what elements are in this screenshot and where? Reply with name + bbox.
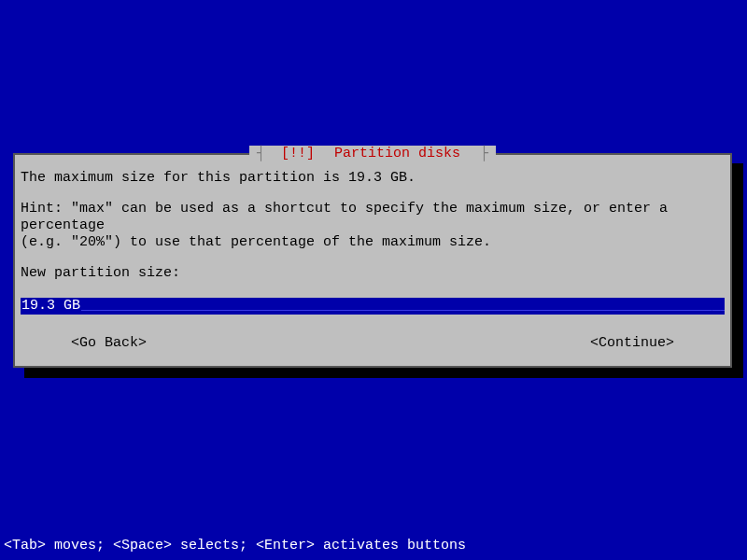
title-left-decor: ┤ <box>253 146 277 161</box>
footer-hint: <Tab> moves; <Space> selects; <Enter> ac… <box>4 538 466 554</box>
prompt-label: New partition size: <box>21 265 725 282</box>
dialog-title: Partition disks <box>318 146 476 161</box>
partition-size-input[interactable]: 19.3 GB ________________________________… <box>21 298 725 315</box>
dialog-content: The maximum size for this partition is 1… <box>21 170 725 352</box>
hint-text-line1: Hint: "max" can be used as a shortcut to… <box>21 201 725 234</box>
go-back-button[interactable]: <Go Back> <box>71 335 147 352</box>
partition-dialog: ┤ [!!] Partition disks ├ The maximum siz… <box>13 153 732 368</box>
continue-button[interactable]: <Continue> <box>590 335 674 352</box>
dialog-title-bar: ┤ [!!] Partition disks ├ <box>15 146 730 162</box>
hint-text-line2: (e.g. "20%") to use that percentage of t… <box>21 234 725 251</box>
title-right-decor: ├ <box>476 146 492 161</box>
partition-size-value[interactable]: 19.3 GB <box>21 298 81 315</box>
title-marker: [!!] <box>277 146 318 161</box>
input-underline: ________________________________________… <box>81 298 725 315</box>
max-size-text: The maximum size for this partition is 1… <box>21 170 725 187</box>
